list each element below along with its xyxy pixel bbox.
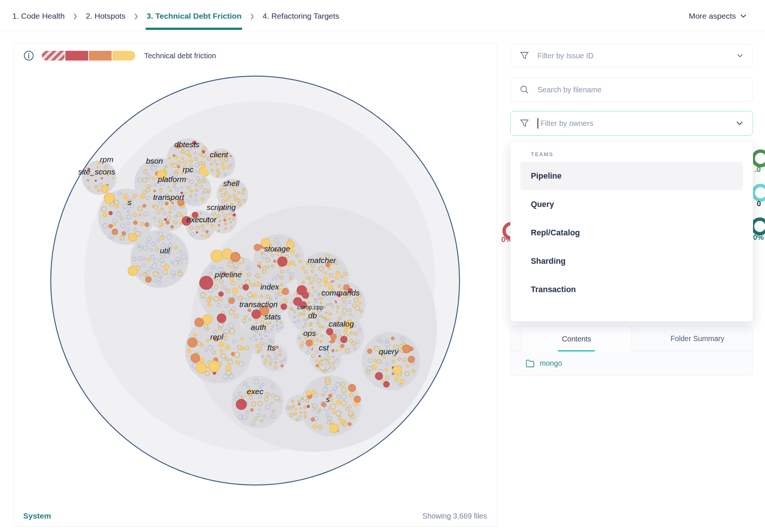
chevron-right-icon: ❯ — [73, 13, 78, 19]
tab-contents-label: Contents — [562, 335, 591, 343]
svg-text:stats: stats — [264, 312, 281, 321]
svg-text:rpm: rpm — [100, 155, 114, 164]
chart-legend: Technical debt friction — [23, 50, 216, 61]
svg-text:bson: bson — [146, 157, 163, 165]
breadcrumb-hotspots[interactable]: 2. Hotspots — [86, 12, 126, 21]
svg-text:cst: cst — [319, 343, 329, 352]
filter-icon — [520, 118, 529, 128]
tab-folder-summary[interactable]: Folder Summary — [653, 326, 742, 351]
svg-text:curop.cpp: curop.cpp — [297, 304, 323, 310]
filter-by-issue-id-select[interactable]: Filter by Issue ID — [510, 44, 753, 67]
tab-folder-summary-label: Folder Summary — [670, 334, 724, 343]
breadcrumb: 1. Code Health ❯ 2. Hotspots ❯ 3. Techni… — [0, 0, 765, 32]
system-root-link[interactable]: System — [23, 511, 51, 520]
gauge-value-teal: 0% — [753, 233, 764, 242]
svg-text:transaction: transaction — [239, 300, 278, 309]
issue-id-placeholder: Filter by Issue ID — [538, 52, 728, 60]
svg-text:db: db — [308, 311, 317, 320]
svg-text:repl: repl — [210, 332, 224, 341]
teams-group-label: TEAMS — [531, 151, 753, 157]
legend-orange-segment — [88, 51, 112, 61]
svg-text:scripting: scripting — [207, 203, 236, 211]
svg-text:client: client — [210, 150, 229, 159]
folder-name: mongo — [540, 359, 562, 368]
filter-by-owners-input[interactable]: Filter by owners — [510, 111, 753, 136]
search-icon — [520, 85, 529, 95]
chevron-down-icon — [736, 52, 744, 59]
owner-option-repl-catalog[interactable]: Repl/Catalog — [520, 219, 743, 247]
tech-debt-bubble-chart[interactable]: rpmsite_sconsbsondbtestsclientrpcplatfor… — [14, 43, 497, 526]
info-icon[interactable] — [23, 50, 34, 61]
chevron-right-icon: ❯ — [134, 13, 139, 19]
files-count-label: Showing 3,669 files — [422, 512, 487, 520]
folder-icon — [526, 359, 535, 368]
breadcrumb-technical-debt-friction[interactable]: 3. Technical Debt Friction — [146, 12, 241, 21]
breadcrumb-code-health[interactable]: 1. Code Health — [12, 12, 65, 21]
score-gauge-cyan — [752, 184, 765, 202]
owner-option-pipeline[interactable]: Pipeline — [520, 162, 743, 190]
svg-text:s: s — [127, 198, 131, 207]
svg-text:platform: platform — [157, 175, 186, 183]
owners-dropdown: TEAMS Pipeline Query Repl/Catalog Shardi… — [510, 142, 753, 322]
search-filename-input[interactable]: Search by filename — [510, 78, 753, 102]
gauge-value-cyan: 0 — [757, 200, 761, 208]
active-tab-underline — [558, 350, 595, 352]
tab-contents[interactable]: Contents — [521, 326, 632, 352]
chevron-right-icon: ❯ — [250, 13, 254, 19]
svg-text:util: util — [160, 246, 170, 255]
svg-text:dbtests: dbtests — [174, 140, 200, 149]
owner-option-transaction[interactable]: Transaction — [520, 275, 743, 304]
chevron-down-icon — [735, 119, 744, 127]
owners-placeholder: Filter by owners — [541, 119, 727, 128]
tech-debt-friction-panel: Technical debt friction rpmsite_sconsbso… — [14, 43, 497, 527]
svg-text:site_scons: site_scons — [78, 167, 115, 176]
svg-text:query: query — [379, 347, 399, 356]
svg-text:exec: exec — [247, 387, 264, 396]
svg-text:catalog: catalog — [329, 319, 354, 328]
gauge-value-green: .0 — [755, 165, 761, 174]
friction-color-scale — [42, 51, 135, 61]
svg-text:pipeline: pipeline — [214, 270, 242, 279]
folder-item-mongo[interactable]: mongo — [511, 351, 753, 375]
search-placeholder: Search by filename — [538, 86, 744, 94]
svg-text:commands: commands — [321, 288, 360, 297]
owner-option-query[interactable]: Query — [520, 190, 743, 219]
legend-yellow-segment — [112, 51, 135, 61]
svg-text:matcher: matcher — [308, 256, 337, 265]
svg-text:executor: executor — [186, 215, 217, 224]
svg-text:transport: transport — [153, 193, 185, 201]
text-cursor — [538, 118, 538, 129]
legend-red-segment — [65, 51, 88, 61]
svg-text:ops: ops — [303, 329, 316, 337]
breadcrumb-refactoring-targets[interactable]: 4. Refactoring Targets — [263, 12, 339, 21]
svg-text:storage: storage — [264, 244, 290, 253]
chevron-down-icon — [740, 12, 747, 20]
legend-striped-segment — [42, 51, 65, 61]
score-gauge-green — [752, 149, 765, 167]
svg-text:auth: auth — [251, 323, 266, 331]
svg-text:rpc: rpc — [183, 165, 194, 174]
svg-text:s: s — [326, 395, 330, 403]
owner-option-sharding[interactable]: Sharding — [520, 247, 743, 275]
svg-text:fts: fts — [267, 343, 276, 352]
contents-card: Contents Folder Summary mongo — [510, 326, 753, 376]
more-aspects-menu[interactable]: More aspects — [689, 0, 747, 32]
svg-text:index: index — [260, 282, 280, 291]
filter-icon — [520, 51, 529, 61]
svg-text:shell: shell — [223, 179, 240, 188]
more-aspects-label: More aspects — [689, 12, 736, 21]
legend-title: Technical debt friction — [144, 52, 216, 60]
